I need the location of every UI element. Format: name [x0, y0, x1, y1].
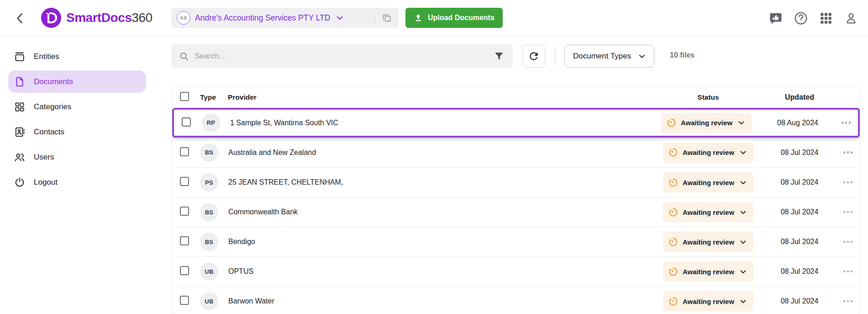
row-menu-icon[interactable]: [842, 179, 855, 186]
chevron-down-icon: [335, 13, 345, 23]
table-row: RP 1 Sample St, Wantirna South VIC Await…: [172, 108, 860, 138]
documents-icon: [14, 76, 26, 88]
chevron-down-icon: [737, 118, 746, 127]
chevron-down-icon: [739, 267, 747, 276]
table-row: BS Commonwealth Bank Awaiting review 08 …: [172, 197, 860, 227]
awaiting-clock-icon: [667, 118, 676, 128]
awaiting-clock-icon: [668, 237, 678, 247]
doc-type-badge: BS: [200, 144, 218, 162]
sidebar-item-label: Contacts: [34, 128, 64, 137]
provider-name: Barwon Water: [228, 297, 653, 305]
entity-name: Andre's Accounting Services PTY LTD: [195, 13, 330, 23]
row-checkbox[interactable]: [180, 147, 189, 156]
chevron-down-icon: [637, 52, 647, 61]
table-row: UB Barwon Water Awaiting review 08 Jul 2…: [172, 286, 860, 314]
documents-table: Type Provider Status Updated RP 1 Sample…: [172, 86, 860, 314]
updated-date: 08 Jul 2024: [781, 238, 819, 246]
sidebar-nav: Entities Documents Categories Contacts U…: [0, 36, 148, 314]
refresh-button[interactable]: [522, 45, 545, 68]
sidebar-item-logout[interactable]: Logout: [8, 171, 146, 193]
search-input[interactable]: [195, 52, 492, 61]
row-checkbox[interactable]: [182, 117, 191, 127]
filter-icon[interactable]: [492, 49, 506, 64]
status-dropdown[interactable]: Awaiting review: [661, 113, 752, 133]
select-all-checkbox[interactable]: [180, 92, 189, 101]
provider-name: OPTUS: [228, 267, 653, 276]
feedback-icon[interactable]: [768, 10, 784, 27]
brand-name: SmartDocs360: [66, 11, 153, 25]
entity-selector: AA Andre's Accounting Services PTY LTD: [171, 8, 399, 28]
column-header-type: Type: [199, 93, 228, 101]
row-menu-icon[interactable]: [842, 208, 855, 216]
entities-icon: [14, 51, 26, 63]
apps-grid-icon[interactable]: [818, 10, 834, 27]
column-header-status: Status: [697, 93, 719, 101]
upload-icon: [414, 13, 423, 22]
sidebar-item-entities[interactable]: Entities: [8, 45, 146, 68]
row-checkbox[interactable]: [180, 207, 189, 216]
chevron-down-icon: [739, 297, 747, 306]
awaiting-clock-icon: [668, 267, 678, 277]
row-menu-icon[interactable]: [842, 238, 855, 246]
chevron-down-icon: [739, 178, 747, 187]
chevron-down-icon: [739, 148, 747, 157]
app-logo: SmartDocs360: [40, 7, 153, 29]
table-row: BS Bendigo Awaiting review 08 Jul 2024: [172, 227, 860, 256]
updated-date: 08 Jul 2024: [781, 178, 819, 186]
chevron-down-icon: [739, 238, 747, 246]
updated-date: 08 Jul 2024: [781, 267, 819, 276]
sidebar-item-label: Categories: [34, 102, 71, 112]
row-menu-icon[interactable]: [842, 149, 855, 156]
awaiting-clock-icon: [668, 297, 678, 306]
table-row: PS 25 JEAN STREET, CHELTENHAM, Awaiting …: [172, 167, 860, 197]
top-header: SmartDocs360 AA Andre's Accounting Servi…: [0, 0, 868, 36]
sidebar-item-label: Users: [34, 153, 54, 162]
back-button[interactable]: [13, 11, 27, 26]
sidebar-item-contacts[interactable]: Contacts: [8, 121, 146, 143]
sidebar-item-documents[interactable]: Documents: [8, 70, 146, 93]
table-row: BS Australia and New Zealand Awaiting re…: [172, 138, 860, 167]
table-row: UB OPTUS Awaiting review 08 Jul 2024: [172, 256, 860, 286]
sidebar-item-categories[interactable]: Categories: [8, 96, 146, 118]
sidebar-item-label: Logout: [34, 178, 58, 187]
row-menu-icon[interactable]: [842, 298, 855, 305]
status-dropdown[interactable]: Awaiting review: [663, 172, 753, 192]
row-checkbox[interactable]: [180, 236, 189, 245]
sidebar-item-users[interactable]: Users: [8, 146, 146, 168]
file-count: 10 files: [670, 51, 694, 59]
categories-icon: [14, 101, 26, 113]
row-menu-icon[interactable]: [840, 119, 853, 127]
divider: [555, 47, 555, 66]
contacts-icon: [14, 126, 26, 138]
document-types-dropdown[interactable]: Document Types: [564, 45, 654, 68]
upload-documents-button[interactable]: Upload Documents: [405, 8, 503, 28]
row-checkbox[interactable]: [180, 266, 189, 275]
row-checkbox[interactable]: [180, 177, 189, 186]
column-header-provider: Provider: [228, 93, 653, 101]
doc-type-badge: UB: [200, 292, 218, 310]
logout-icon: [14, 176, 26, 188]
updated-date: 08 Jul 2024: [781, 149, 819, 157]
doc-type-badge: PS: [200, 173, 218, 192]
table-header-row: Type Provider Status Updated: [172, 86, 860, 108]
divider: [374, 12, 375, 23]
status-dropdown[interactable]: Awaiting review: [663, 232, 753, 252]
copy-icon[interactable]: [380, 11, 393, 24]
help-icon[interactable]: [793, 10, 809, 27]
entity-avatar: AA: [177, 11, 190, 25]
profile-icon[interactable]: [843, 10, 859, 27]
search-bar: [172, 44, 513, 68]
status-dropdown[interactable]: Awaiting review: [663, 261, 753, 282]
entity-dropdown[interactable]: AA Andre's Accounting Services PTY LTD: [177, 11, 368, 25]
status-dropdown[interactable]: Awaiting review: [663, 291, 753, 311]
status-dropdown[interactable]: Awaiting review: [663, 202, 753, 222]
sidebar-item-label: Entities: [34, 52, 59, 61]
table-body: RP 1 Sample St, Wantirna South VIC Await…: [172, 108, 860, 314]
main-content: Document Types 10 files Type Provider St…: [148, 36, 868, 314]
status-dropdown[interactable]: Awaiting review: [663, 143, 753, 163]
provider-name: Australia and New Zealand: [228, 149, 653, 157]
row-menu-icon[interactable]: [842, 268, 855, 276]
updated-date: 08 Aug 2024: [777, 119, 818, 127]
row-checkbox[interactable]: [180, 296, 189, 305]
awaiting-clock-icon: [668, 178, 678, 187]
